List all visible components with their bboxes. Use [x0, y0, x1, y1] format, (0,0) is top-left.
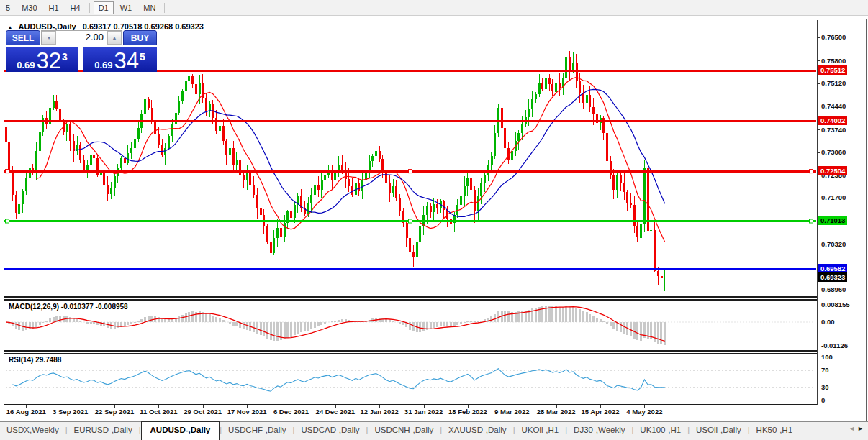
chart-tab-dj30-weekly[interactable]: DJ30-,Weekly — [567, 422, 631, 440]
timeframe-button-D1[interactable]: D1 — [94, 1, 114, 14]
sell-price-main: 32 — [37, 51, 61, 70]
chart-tab-usdchf-daily[interactable]: USDCHF-,Daily — [222, 422, 293, 440]
macd-axis-label: 0.00 — [821, 318, 835, 326]
line-price-tag: 0.72504 — [818, 166, 847, 175]
price-axis-label: 0.73060 — [821, 148, 846, 156]
rsi-label: RSI(14) 29.7488 — [9, 356, 61, 364]
chart-tab-eurusd-daily[interactable]: EURUSD-,Daily — [68, 422, 139, 440]
line-handle[interactable] — [810, 170, 813, 173]
rsi-axis-label: 100 — [821, 353, 833, 361]
rsi-axis-label: 30 — [821, 383, 829, 391]
tab-scroll-left-icon[interactable]: ◄ — [849, 425, 857, 432]
pane-splitter[interactable] — [4, 296, 818, 298]
pane-splitter[interactable] — [4, 350, 818, 352]
buy-price-display[interactable]: 0.69 34 5 — [83, 47, 157, 72]
one-click-trading-widget: SELL ▼ 2.00 ▲ BUY 0.69 32 3 0.69 34 5 — [6, 30, 157, 72]
tab-scroll-arrows: ◄► — [849, 425, 866, 432]
buy-button[interactable]: BUY — [123, 30, 157, 45]
chart-tab-audusd-daily[interactable]: AUDUSD-,Daily — [141, 421, 220, 440]
timeframe-toolbar: 5M30H1H4D1W1MN — [0, 0, 868, 16]
timeframe-button-M30[interactable]: M30 — [17, 1, 42, 14]
price-axis-tick — [817, 60, 820, 61]
line-price-tag: 0.74002 — [818, 116, 847, 125]
timeframe-button-H4[interactable]: H4 — [65, 1, 86, 14]
rsi-pane-bottom-border — [4, 404, 818, 405]
current-price-tag: 0.69323 — [818, 272, 847, 282]
price-axis-label: 0.75800 — [821, 57, 846, 65]
chart-tab-hk50-h1[interactable]: HK50-,H1 — [750, 422, 800, 440]
volume-input[interactable]: 2.00 — [56, 31, 107, 45]
timeframe-button-H1[interactable]: H1 — [44, 1, 64, 14]
rsi-indicator-pane[interactable] — [4, 354, 818, 404]
buy-price-prefix: 0.69 — [94, 60, 112, 70]
price-axis-label: 0.68960 — [821, 285, 846, 293]
price-axis-border — [817, 20, 818, 405]
price-axis-tick — [817, 83, 820, 84]
line-price-tag: 0.75512 — [818, 65, 847, 75]
price-axis-tick — [817, 106, 820, 106]
volume-decrease-button[interactable]: ▼ — [42, 31, 56, 45]
date-axis-label: 4 May 2022 — [615, 408, 673, 416]
candles — [5, 34, 666, 293]
line-handle[interactable] — [409, 219, 412, 223]
price-axis-tick — [817, 198, 820, 198]
price-axis-tick — [817, 37, 820, 38]
line-price-tag: 0.71013 — [818, 216, 847, 225]
chart-tab-usdcad-daily[interactable]: USDCAD-,Daily — [294, 422, 366, 440]
timeframe-button-W1[interactable]: W1 — [115, 1, 137, 14]
tab-scroll-right-icon[interactable]: ► — [857, 425, 866, 432]
macd-label: MACD(12,26,9) -0.010377 -0.008958 — [9, 303, 128, 311]
price-axis-label: 0.74440 — [821, 102, 846, 110]
macd-axis-label: -0.01126 — [821, 342, 848, 349]
sell-price-prefix: 0.69 — [17, 60, 35, 70]
chart-tab-usdcnh-daily[interactable]: USDCNH-,Daily — [368, 422, 440, 440]
line-handle[interactable] — [810, 219, 813, 223]
sell-price-display[interactable]: 0.69 32 3 — [6, 47, 78, 72]
chart-tabs-bar: USDX,Weekly|EURUSD-,Daily|AUDUSD-,Daily|… — [0, 421, 868, 440]
sell-price-pip: 3 — [62, 53, 68, 60]
chart-tab-usoil-daily[interactable]: USOil-,Daily — [690, 422, 748, 440]
buy-price-pip: 5 — [140, 53, 145, 60]
chart-tab-usdx-weekly[interactable]: USDX,Weekly — [0, 422, 65, 440]
line-price-tag: 0.69582 — [818, 264, 847, 273]
chart-tab-xauusd-daily[interactable]: XAUUSD-,Daily — [442, 422, 513, 440]
price-axis-label: 0.73740 — [821, 126, 846, 134]
chart-tab-ukoil-h1[interactable]: UKOil-,H1 — [515, 422, 565, 440]
price-axis-tick — [817, 129, 820, 130]
rsi-axis-label: 0 — [821, 396, 825, 404]
line-handle[interactable] — [409, 170, 412, 173]
macd-axis-label: 0.008155 — [821, 301, 850, 308]
mt4-terminal: 5M30H1H4D1W1MN ▲ AUDUSD-,Daily 0.69317 0… — [0, 0, 868, 440]
ma-fast-line — [37, 78, 665, 242]
price-axis-label: 0.71700 — [821, 193, 846, 201]
price-axis-label: 0.76500 — [821, 33, 846, 41]
volume-increase-button[interactable]: ▲ — [107, 31, 122, 45]
sell-button[interactable]: SELL — [6, 30, 40, 45]
price-axis-tick — [817, 152, 820, 153]
buy-price-main: 34 — [114, 51, 139, 70]
price-axis-tick — [817, 290, 820, 290]
rsi-axis-label: 70 — [821, 366, 829, 374]
line-handle[interactable] — [6, 219, 9, 223]
timeframe-button-MN[interactable]: MN — [138, 1, 161, 14]
price-axis-label: 0.75120 — [821, 79, 846, 87]
price-axis-tick — [817, 244, 820, 244]
chart-tab-uk100-h1[interactable]: UK100-,H1 — [633, 422, 687, 440]
line-handle[interactable] — [6, 170, 9, 173]
timeframe-button-5[interactable]: 5 — [1, 1, 15, 14]
price-axis-label: 0.70320 — [821, 240, 846, 248]
toolbar-separator — [89, 3, 90, 13]
toolbar-separator — [164, 3, 165, 13]
